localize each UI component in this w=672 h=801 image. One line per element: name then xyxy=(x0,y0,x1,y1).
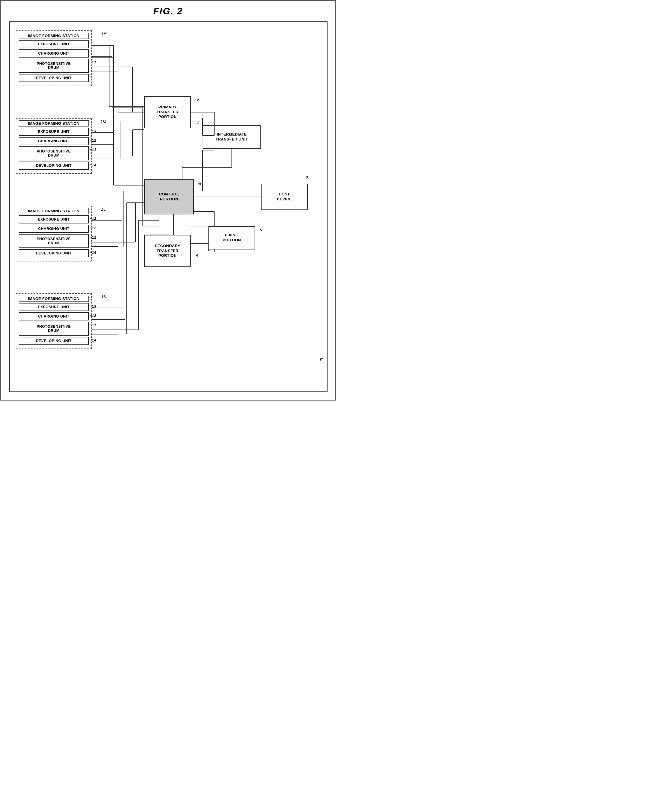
secondary-transfer-label: SECONDARYTRANSFERPORTION xyxy=(155,244,180,259)
photosensitive-drum-1m: PHOTOSENSITIVEDRUM ~11 xyxy=(19,146,89,160)
ref-13-1k: ~13 xyxy=(89,304,96,309)
charging-unit-1y: CHARGING UNIT xyxy=(19,49,89,58)
charging-unit-1c: CHARGING UNIT ~12 xyxy=(19,225,89,233)
host-device-box: HOSTDEVICE 7 xyxy=(261,184,308,210)
exposure-unit-1c: EXPOSURE UNIT ~13 xyxy=(19,215,89,224)
ref-e: E xyxy=(320,357,322,362)
ref-12-1k: ~12 xyxy=(89,314,96,318)
ref-11-1m: ~11 xyxy=(89,148,96,152)
intermediate-transfer-box: INTERMEDIATETRANSFER UNIT 3 xyxy=(203,125,261,149)
exposure-unit-1m: EXPOSURE UNIT ~13 xyxy=(19,128,89,136)
ref-13-1m: ~13 xyxy=(89,129,96,133)
outer-diagram-box: IMAGE FORMING STATION EXPOSURE UNIT CHAR… xyxy=(10,21,327,392)
station-1y-box: IMAGE FORMING STATION EXPOSURE UNIT CHAR… xyxy=(16,31,91,86)
secondary-transfer-box: SECONDARYTRANSFERPORTION ~4 xyxy=(144,235,191,267)
ref-4: ~4 xyxy=(194,253,199,258)
ref-14-1k: ~14 xyxy=(89,338,96,343)
station-1k-container: IMAGE FORMING STATION EXPOSURE UNIT ~13 … xyxy=(16,293,91,349)
ref-11-1y: ~11 xyxy=(89,60,96,64)
ref-1y: 1Y xyxy=(101,32,106,36)
station-1c-label: IMAGE FORMING STATION xyxy=(19,208,89,214)
host-device-label: HOSTDEVICE xyxy=(277,192,292,202)
control-portion-box: CONTROLPORTION ~8 xyxy=(144,179,194,214)
developing-unit-1k: DEVELOPING UNIT ~14 xyxy=(19,337,89,345)
ref-8: ~8 xyxy=(197,181,201,186)
station-1m-label: IMAGE FORMING STATION xyxy=(19,121,89,127)
developing-unit-1c: DEVELOPING UNIT ~14 xyxy=(19,249,89,257)
station-1y-label: IMAGE FORMING STATION xyxy=(19,33,89,39)
photosensitive-drum-1y: PHOTOSENSITIVEDRUM ~11 xyxy=(19,59,89,73)
ref-1c: 1C xyxy=(101,207,106,211)
ref-1m: 1M xyxy=(101,119,106,124)
primary-transfer-box: PRIMARYTRANSFERPORTION ~2 xyxy=(144,96,191,128)
charging-unit-1m: CHARGING UNIT ~12 xyxy=(19,137,89,145)
station-1k-box: IMAGE FORMING STATION EXPOSURE UNIT ~13 … xyxy=(16,293,91,349)
exposure-unit-1y: EXPOSURE UNIT xyxy=(19,40,89,48)
station-1y-container: IMAGE FORMING STATION EXPOSURE UNIT CHAR… xyxy=(16,31,91,86)
ref-7: 7 xyxy=(306,175,308,180)
ref-12-1m: ~12 xyxy=(89,138,96,143)
station-1c-box: IMAGE FORMING STATION EXPOSURE UNIT ~13 … xyxy=(16,206,91,261)
ref-14-1m: ~14 xyxy=(89,163,96,167)
developing-unit-1y: DEVELOPING UNIT xyxy=(19,74,89,82)
fixing-portion-box: FIXINGPORTION ~5 xyxy=(208,226,255,249)
ref-3: 3 xyxy=(197,121,200,125)
charging-unit-1k: CHARGING UNIT ~12 xyxy=(19,312,89,320)
ref-11-1c: ~11 xyxy=(89,235,96,240)
station-1k-label: IMAGE FORMING STATION xyxy=(19,296,89,302)
developing-unit-1m: DEVELOPING UNIT ~14 xyxy=(19,162,89,170)
station-1m-box: IMAGE FORMING STATION EXPOSURE UNIT ~13 … xyxy=(16,118,91,174)
exposure-unit-1k: EXPOSURE UNIT ~13 xyxy=(19,303,89,311)
ref-2: ~2 xyxy=(194,98,199,103)
station-1m-container: IMAGE FORMING STATION EXPOSURE UNIT ~13 … xyxy=(16,118,91,174)
ref-12-1c: ~12 xyxy=(89,226,96,230)
intermediate-transfer-label: INTERMEDIATETRANSFER UNIT xyxy=(215,132,248,142)
ref-14-1c: ~14 xyxy=(89,250,96,255)
ref-5: ~5 xyxy=(257,228,262,233)
fixing-portion-label: FIXINGPORTION xyxy=(223,233,241,243)
ref-11-1k: ~11 xyxy=(89,323,96,327)
page: FIG. 2 xyxy=(0,0,336,400)
station-1c-container: IMAGE FORMING STATION EXPOSURE UNIT ~13 … xyxy=(16,206,91,261)
ref-13-1c: ~13 xyxy=(89,217,96,221)
ref-1k: 1K xyxy=(101,294,106,299)
photosensitive-drum-1k: PHOTOSENSITIVEDRUM ~11 xyxy=(19,322,89,336)
photosensitive-drum-1c: PHOTOSENSITIVEDRUM ~11 xyxy=(19,234,89,248)
primary-transfer-label: PRIMARYTRANSFERPORTION xyxy=(157,105,179,120)
figure-title: FIG. 2 xyxy=(1,1,335,17)
control-portion-label: CONTROLPORTION xyxy=(159,192,179,202)
